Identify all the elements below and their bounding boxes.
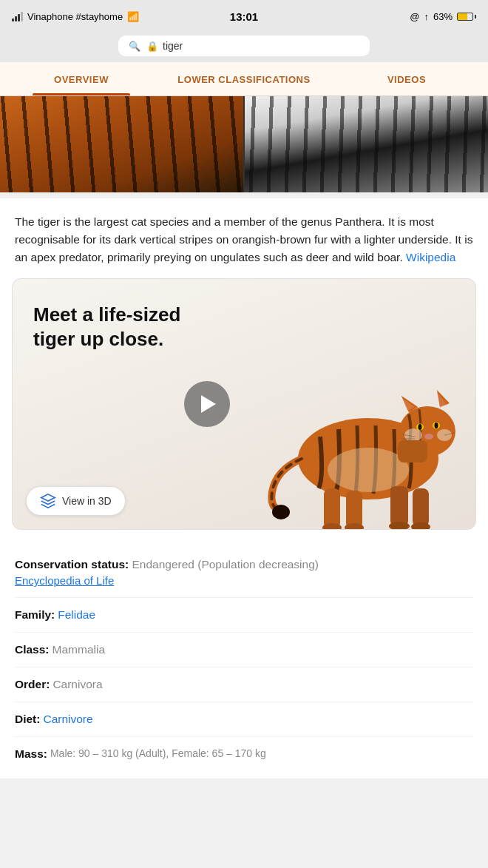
- battery-percent: 63%: [433, 11, 453, 22]
- conservation-value: Endangered (Population decreasing): [132, 558, 318, 571]
- encyclopedia-of-life-link[interactable]: Encyclopedia of Life: [15, 574, 473, 587]
- search-query: tiger: [163, 40, 183, 52]
- play-button[interactable]: [184, 381, 230, 427]
- tiger-image-left: [0, 96, 243, 192]
- wikipedia-link[interactable]: Wikipedia: [406, 251, 455, 263]
- time-display: 13:01: [230, 10, 258, 23]
- signal-bars: [12, 11, 23, 21]
- svg-point-12: [424, 434, 433, 440]
- svg-rect-15: [398, 440, 427, 462]
- search-bar-row: 🔍 🔒 tiger: [0, 33, 488, 62]
- svg-point-11: [435, 423, 438, 428]
- svg-point-24: [272, 505, 290, 519]
- order-row: Order: Carnivora: [15, 667, 473, 702]
- conservation-row: Conservation status: Endangered (Populat…: [15, 548, 473, 598]
- status-bar: Vinaphone #stayhome 📶 13:01 @ ↑ 63%: [0, 0, 488, 33]
- status-right: @ ↑ 63%: [410, 11, 476, 22]
- lock-icon: 🔒: [146, 41, 158, 52]
- tiger-image-right: [245, 96, 488, 192]
- family-value[interactable]: Felidae: [58, 608, 95, 622]
- tab-navigation: OVERVIEW LOWER CLASSIFICATIONS VIDEOS: [0, 62, 488, 96]
- tab-lower-classifications[interactable]: LOWER CLASSIFICATIONS: [163, 62, 325, 95]
- svg-rect-16: [324, 488, 340, 529]
- class-value: Mammalia: [52, 643, 105, 656]
- mass-row: Mass: Male: 90 – 310 kg (Adult), Female:…: [15, 737, 473, 767]
- description-text: The tiger is the largest cat species and…: [15, 215, 472, 263]
- info-section: Conservation status: Endangered (Populat…: [0, 542, 488, 778]
- diet-value[interactable]: Carnivore: [43, 713, 92, 726]
- wifi-icon: 📶: [127, 11, 139, 22]
- mass-label: Mass:: [15, 747, 47, 761]
- view-3d-label: View in 3D: [62, 495, 112, 507]
- image-strip: [0, 96, 488, 192]
- battery-icon: [457, 13, 476, 21]
- tab-videos[interactable]: VIDEOS: [325, 62, 488, 95]
- class-label: Class:: [15, 643, 50, 656]
- tab-overview[interactable]: OVERVIEW: [0, 62, 163, 95]
- card-3d: Meet a life-sized tiger up close.: [12, 278, 476, 530]
- class-row: Class: Mammalia: [15, 633, 473, 667]
- tiger-3d-illustration: [254, 322, 475, 529]
- svg-rect-18: [390, 486, 408, 527]
- svg-point-1: [328, 448, 409, 492]
- search-icon: 🔍: [129, 41, 140, 52]
- svg-rect-19: [413, 488, 429, 527]
- main-content: The tiger is the largest cat species and…: [0, 198, 488, 778]
- description-block: The tiger is the largest cat species and…: [0, 198, 488, 278]
- view-in-3d-button[interactable]: View in 3D: [26, 486, 126, 516]
- cube-icon: [40, 493, 56, 509]
- diet-label: Diet:: [15, 713, 40, 726]
- conservation-label: Conservation status:: [15, 558, 129, 571]
- status-left: Vinaphone #stayhome 📶: [12, 11, 139, 22]
- location-icon: ↑: [424, 11, 429, 22]
- search-bar-icons: 🔍 🔒: [129, 41, 158, 52]
- search-bar[interactable]: 🔍 🔒 tiger: [118, 36, 370, 56]
- order-value: Carnivora: [52, 678, 102, 691]
- play-triangle-icon: [201, 395, 216, 413]
- family-row: Family: Felidae: [15, 598, 473, 633]
- order-label: Order:: [15, 678, 50, 691]
- svg-point-9: [418, 424, 422, 430]
- diet-row: Diet: Carnivore: [15, 702, 473, 737]
- carrier-label: Vinaphone #stayhome: [27, 11, 123, 22]
- at-icon: @: [410, 11, 419, 22]
- family-label: Family:: [15, 608, 55, 622]
- mass-value: Male: 90 – 310 kg (Adult), Female: 65 – …: [50, 747, 266, 761]
- card-3d-title: Meet a life-sized tiger up close.: [33, 303, 181, 351]
